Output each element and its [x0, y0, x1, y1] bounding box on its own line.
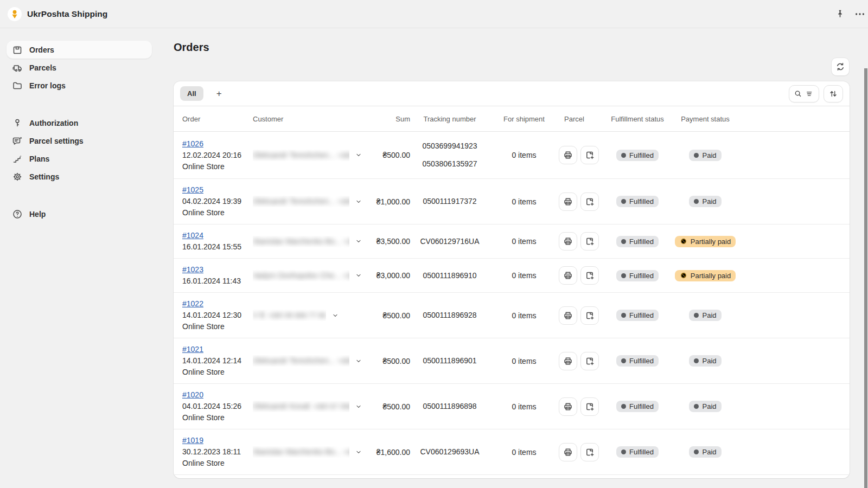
chevron-down-icon[interactable]: [355, 448, 362, 456]
print-label-button[interactable]: [559, 397, 577, 416]
order-link[interactable]: #1020: [182, 390, 203, 399]
scrollbar-thumb[interactable]: [864, 68, 867, 488]
search-and-filter-button[interactable]: [789, 85, 819, 102]
print-label-button[interactable]: [559, 306, 577, 325]
more-menu-icon[interactable]: [852, 7, 867, 22]
col-header-payment[interactable]: Payment status: [673, 115, 738, 123]
create-parcel-button[interactable]: [580, 352, 599, 370]
status-dot: [621, 358, 626, 363]
col-header-order[interactable]: Order: [182, 115, 253, 123]
order-link[interactable]: #1023: [182, 265, 203, 274]
status-dot: [694, 358, 699, 363]
create-parcel-button[interactable]: [580, 192, 599, 211]
create-parcel-button[interactable]: [580, 306, 599, 325]
col-header-tracking[interactable]: Tracking number: [410, 115, 489, 123]
add-label-icon: [584, 356, 595, 367]
create-parcel-button[interactable]: [580, 266, 599, 285]
customer-name-blurred: Oleksandr Tereshchen...: [253, 196, 335, 207]
create-parcel-button[interactable]: [580, 232, 599, 251]
create-parcel-button[interactable]: [580, 146, 599, 164]
customer-phone-blurred: +380 67 098 1200: [312, 401, 349, 412]
add-view-button[interactable]: +: [212, 86, 226, 101]
for-shipment-count: 0 items: [489, 357, 559, 365]
chevron-down-icon[interactable]: [331, 312, 339, 319]
topbar: UkrPoshta Shipping: [0, 0, 868, 28]
col-header-sum[interactable]: Sum: [374, 115, 410, 123]
filter-icon: [805, 89, 815, 99]
sort-button[interactable]: [824, 85, 843, 102]
chevron-down-icon[interactable]: [355, 198, 362, 206]
chevron-down-icon[interactable]: [355, 357, 362, 365]
printer-icon: [563, 236, 573, 247]
table-body: #1026 12.02.2024 20:16 Online Store Olek…: [174, 132, 850, 475]
order-link[interactable]: #1021: [182, 345, 203, 354]
sidebar: Orders Parcels Error logs Authorization …: [0, 29, 158, 488]
add-label-icon: [584, 447, 595, 458]
order-channel: Online Store: [182, 161, 253, 172]
order-channel: Online Store: [182, 321, 253, 332]
scrollbar-track[interactable]: [864, 29, 868, 488]
order-link[interactable]: #1025: [182, 185, 203, 194]
chevron-down-icon[interactable]: [355, 272, 362, 279]
print-label-button[interactable]: [559, 232, 577, 251]
print-label-button[interactable]: [559, 146, 577, 164]
status-dot: [621, 450, 626, 454]
refresh-button[interactable]: [831, 57, 850, 76]
col-header-fulfillment[interactable]: Fulfillment status: [602, 115, 673, 123]
fulfillment-status-badge: Fulfilled: [616, 196, 659, 207]
print-label-button[interactable]: [559, 266, 577, 285]
print-label-button[interactable]: [559, 352, 577, 370]
customer-name-blurred: Stanislav Marchenko Bo...: [253, 236, 341, 247]
col-header-customer[interactable]: Customer: [253, 115, 374, 123]
create-parcel-button[interactable]: [580, 443, 599, 461]
col-header-parcel[interactable]: Parcel: [559, 115, 602, 123]
sidebar-item-plans[interactable]: Plans: [7, 150, 152, 168]
sidebar-item-label: Parcel settings: [29, 137, 84, 145]
order-sum: ₴3,500.00: [374, 237, 410, 246]
payment-status-badge: Partially paid: [675, 236, 736, 247]
for-shipment-count: 0 items: [489, 151, 559, 159]
order-sum: ₴3,000.00: [374, 271, 410, 280]
sidebar-item-error-logs[interactable]: Error logs: [7, 76, 152, 94]
print-label-button[interactable]: [559, 192, 577, 211]
sidebar-item-parcels[interactable]: Parcels: [7, 59, 152, 76]
printer-icon: [563, 310, 573, 321]
sidebar-item-orders[interactable]: Orders: [7, 41, 152, 59]
order-date: 04.01.2024 15:26: [182, 401, 253, 412]
table-row: #1021 14.01.2024 12:14 Online Store Olek…: [174, 338, 850, 384]
chevron-down-icon[interactable]: [355, 237, 362, 245]
sidebar-item-help[interactable]: Help: [7, 205, 152, 223]
col-header-for-shipment[interactable]: For shipment: [489, 115, 559, 123]
chevron-down-icon[interactable]: [355, 151, 362, 159]
order-link[interactable]: #1026: [182, 139, 203, 148]
partially-paid-icon: [680, 272, 687, 279]
status-dot: [694, 153, 699, 158]
order-link[interactable]: #1019: [182, 436, 203, 445]
sidebar-item-authorization[interactable]: Authorization: [7, 114, 152, 132]
add-label-icon: [584, 270, 595, 281]
order-channel: Online Store: [182, 412, 253, 423]
order-sum: ₴500.00: [374, 311, 410, 320]
app-logo-icon: [8, 7, 22, 21]
for-shipment-count: 0 items: [489, 271, 559, 280]
customer-phone-blurred: +481 134 20565: [343, 447, 349, 458]
create-parcel-button[interactable]: [580, 397, 599, 416]
fulfillment-status-badge: Fulfilled: [616, 236, 659, 247]
pin-icon[interactable]: [832, 7, 847, 22]
order-link[interactable]: #1024: [182, 231, 203, 240]
order-link[interactable]: #1022: [182, 299, 203, 308]
printer-icon: [563, 150, 573, 160]
sidebar-item-parcel-settings[interactable]: Parcel settings: [7, 132, 152, 150]
sidebar-item-label: Help: [29, 210, 46, 219]
status-dot: [621, 239, 626, 244]
status-dot: [621, 153, 626, 158]
tab-all[interactable]: All: [180, 86, 203, 101]
table-row: #1022 14.01.2024 12:30 Online Store V B …: [174, 293, 850, 338]
sidebar-item-settings[interactable]: Settings: [7, 168, 152, 185]
tracking-number: 0500111896910: [410, 267, 489, 285]
status-dot: [621, 404, 626, 409]
chevron-down-icon[interactable]: [355, 403, 362, 410]
print-label-button[interactable]: [559, 443, 577, 461]
add-label-icon: [584, 150, 595, 160]
table-row: #1019 30.12.2023 18:11 Online Store Stan…: [174, 429, 850, 475]
